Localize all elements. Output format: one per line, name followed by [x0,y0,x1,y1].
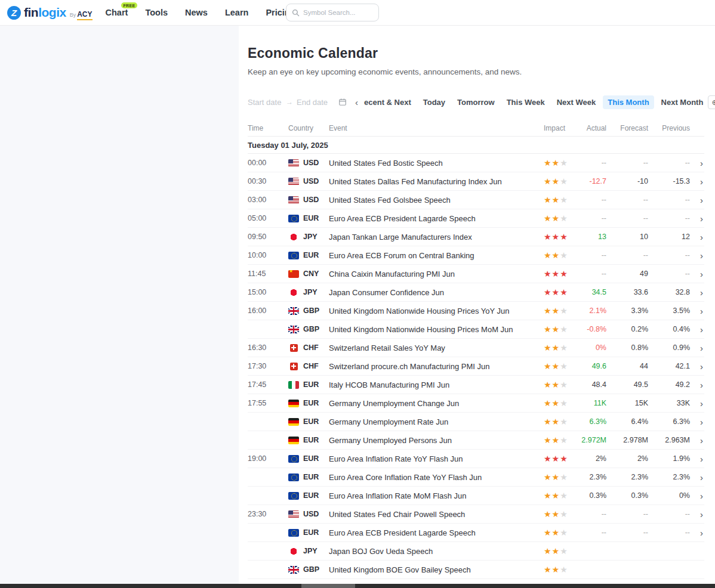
event-name: Japan Consumer Confidence Jun [329,288,537,297]
table-row[interactable]: 16:00GBPUnited Kingdom Nationwide Housin… [248,302,704,320]
expand-chevron-icon[interactable]: › [690,233,704,242]
impact-star-icon: ★ [544,269,552,278]
expand-chevron-icon[interactable]: › [690,307,704,315]
table-row[interactable]: GBPUnited Kingdom BOE Gov Bailey Speech★… [248,561,704,579]
expand-chevron-icon[interactable]: › [690,362,704,371]
expand-chevron-icon[interactable]: › [690,325,704,334]
table-row[interactable]: 23:30USDUnited States Fed Chair Powell S… [248,505,704,524]
table-row[interactable]: 09:50JPYJapan Tankan Large Manufacturers… [248,228,704,246]
eu-flag-icon [288,529,299,537]
table-row[interactable]: EURGermany Unemployed Persons Jun★★★2.97… [248,431,704,450]
search-input[interactable] [303,9,369,16]
quick-tab-today[interactable]: Today [418,95,450,109]
it-flag-icon [288,381,299,389]
table-row[interactable]: 10:00EUREuro Area ECB Forum on Central B… [248,246,704,265]
event-name: United States Fed Bostic Speech [329,159,537,168]
nav-item-tools[interactable]: Tools [145,8,168,17]
ch-flag-icon [290,363,298,370]
event-name: United States Dallas Fed Manufacturing I… [329,177,537,186]
expand-chevron-icon[interactable]: › [690,436,704,445]
expand-chevron-icon[interactable]: › [690,473,704,482]
event-time: 15:00 [248,288,288,296]
quick-tab-this-week[interactable]: This Week [502,95,550,109]
table-row[interactable]: EUREuro Area ECB President Lagarde Speec… [248,524,704,542]
table-row[interactable]: 17:55EURGermany Unemployment Change Jun★… [248,394,704,413]
expand-chevron-icon[interactable]: › [690,177,704,186]
table-row[interactable]: 16:30CHFSwitzerland Retail Sales YoY May… [248,339,704,357]
currency-code: EUR [303,491,319,500]
expand-chevron-icon[interactable]: › [690,528,704,537]
symbol-search-box[interactable] [286,4,379,21]
quick-tab-ecent-next[interactable]: ecent & Next [359,95,416,109]
quick-tab-next-week[interactable]: Next Week [552,95,601,109]
nav-item-news[interactable]: News [185,8,208,17]
quick-tab-tomorrow[interactable]: Tomorrow [452,95,500,109]
expand-chevron-icon[interactable]: › [690,399,704,408]
previous-value: 6.3% [648,417,690,426]
chevron-left-icon[interactable]: ‹ [355,97,358,107]
expand-chevron-icon[interactable]: › [690,159,704,168]
expand-chevron-icon[interactable]: › [690,251,704,260]
expand-chevron-icon[interactable]: › [690,454,704,463]
table-row[interactable]: JPYJapan BOJ Gov Ueda Speech★★★ [248,542,704,561]
currency-code: GBP [303,307,319,315]
finlogix-logo[interactable]: Z finlogix By ACY [7,5,93,20]
nav-item-learn[interactable]: Learn [225,8,249,17]
table-header-row: TimeCountryEventImpactActualForecastPrev… [248,120,704,136]
table-row[interactable]: 00:00USDUnited States Fed Bostic Speech★… [248,154,704,172]
nav-item-chart[interactable]: ChartFREE [106,8,128,17]
quick-tab-next-month[interactable]: Next Month [657,95,708,109]
impact-star-icon: ★ [544,472,552,482]
currency-code: EUR [303,417,319,426]
table-row[interactable]: 00:30USDUnited States Dallas Fed Manufac… [248,172,704,191]
forecast-value: 33.6 [606,288,648,296]
table-row[interactable]: GBPUnited Kingdom Nationwide Housing Pri… [248,320,704,339]
timezone-globe-button[interactable]: ⊕ [708,95,715,109]
eu-flag-icon [288,474,299,481]
table-row[interactable]: 17:30CHFSwitzerland procure.ch Manufactu… [248,357,704,376]
table-row[interactable]: EUREuro Area Inflation Rate MoM Flash Ju… [248,487,704,505]
end-date-input[interactable] [297,98,334,107]
actual-value: 0% [574,343,606,352]
table-row[interactable]: 19:00EUREuro Area Inflation Rate YoY Fla… [248,450,704,468]
table-row[interactable]: EUREuro Area Core Inflation Rate YoY Fla… [248,468,704,487]
horizontal-scrollbar[interactable] [0,584,715,588]
expand-chevron-icon[interactable]: › [690,510,704,519]
actual-value: -- [574,270,606,278]
actual-value: -- [574,251,606,259]
impact-rating: ★★★ [537,269,574,278]
country-cell: EUR [288,214,329,222]
impact-star-icon: ★ [560,324,568,334]
expand-chevron-icon[interactable]: › [690,196,704,205]
quick-tab-this-month[interactable]: This Month [603,95,654,109]
impact-rating: ★★★ [537,472,574,482]
impact-rating: ★★★ [537,343,574,352]
table-row[interactable]: 17:45EURItaly HCOB Manufacturing PMI Jun… [248,376,704,394]
calendar-icon[interactable] [338,98,347,106]
impact-star-icon: ★ [560,491,568,500]
page-background: Economic Calendar Keep an eye on key upc… [0,26,715,584]
previous-value: -- [648,159,690,167]
country-cell: EUR [288,436,329,444]
table-row[interactable]: 05:00EUREuro Area ECB President Lagarde … [248,209,704,228]
table-row[interactable]: 11:45CNYChina Caixin Manufacturing PMI J… [248,265,704,283]
table-row[interactable]: 15:00JPYJapan Consumer Confidence Jun★★★… [248,283,704,302]
expand-chevron-icon[interactable]: › [690,491,704,500]
scrollbar-thumb[interactable] [301,584,355,588]
impact-star-icon: ★ [544,380,552,389]
table-row[interactable]: 03:00USDUnited States Fed Golsbee Speech… [248,191,704,209]
event-time: 00:30 [248,177,288,185]
impact-star-icon: ★ [544,565,552,574]
expand-chevron-icon[interactable]: › [690,417,704,426]
currency-code: USD [303,196,319,204]
expand-chevron-icon[interactable]: › [690,214,704,223]
expand-chevron-icon[interactable]: › [690,270,704,278]
expand-chevron-icon[interactable]: › [690,380,704,389]
start-date-input[interactable] [248,98,285,107]
impact-star-icon: ★ [552,491,560,500]
expand-chevron-icon[interactable]: › [690,343,704,352]
expand-chevron-icon[interactable]: › [690,288,704,297]
impact-star-icon: ★ [560,306,568,315]
event-name: United Kingdom Nationwide Housing Prices… [329,307,537,315]
table-row[interactable]: EURGermany Unemployment Rate Jun★★★6.3%6… [248,413,704,431]
